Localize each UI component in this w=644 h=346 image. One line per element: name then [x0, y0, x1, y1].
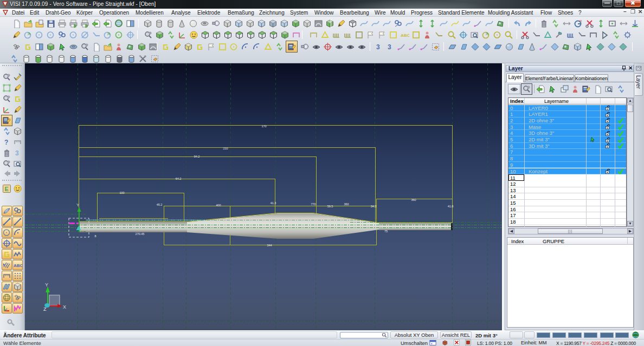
svg-text:X: X	[63, 304, 66, 310]
svg-text:100: 100	[119, 191, 124, 194]
svg-text:59.5: 59.5	[327, 205, 333, 208]
svg-text:770: 770	[311, 203, 315, 206]
svg-text:64.2: 64.2	[176, 177, 182, 180]
svg-text:75: 75	[384, 230, 388, 233]
svg-text:41.8: 41.8	[448, 205, 454, 208]
svg-text:94.2: 94.2	[194, 155, 200, 158]
svg-text:270.45: 270.45	[136, 232, 145, 236]
svg-text:Y: Y	[45, 282, 48, 288]
svg-text:360: 360	[411, 198, 416, 201]
svg-text:41.3: 41.3	[271, 201, 276, 205]
svg-text:170: 170	[261, 125, 266, 128]
svg-text:34.2: 34.2	[371, 205, 377, 208]
svg-text:210: 210	[223, 147, 228, 150]
svg-text:344: 344	[267, 244, 272, 247]
svg-text:8: 8	[94, 234, 96, 238]
svg-text:45.2: 45.2	[157, 203, 163, 206]
svg-text:Z: Z	[43, 306, 47, 312]
svg-text:Y: Y	[76, 203, 80, 207]
svg-text:400: 400	[216, 204, 221, 207]
svg-text:360: 360	[344, 203, 349, 206]
